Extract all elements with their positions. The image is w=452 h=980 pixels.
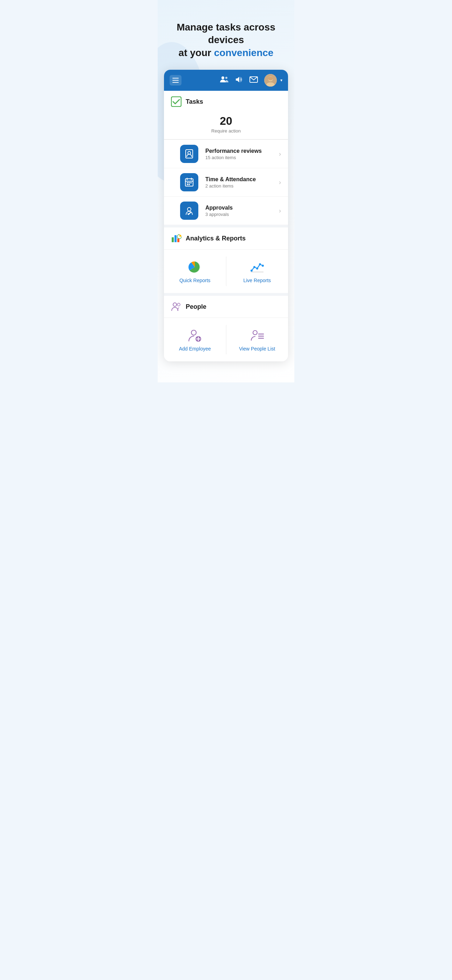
avatar-dropdown-arrow[interactable]: ▾ (280, 78, 282, 83)
quick-reports-label: Quick Reports (180, 278, 210, 283)
view-people-label: View People List (239, 346, 275, 352)
attendance-chevron: › (279, 179, 281, 186)
performance-reviews-item[interactable]: Performance reviews 15 action items › (164, 140, 288, 168)
svg-point-36 (253, 331, 257, 335)
live-reports-icon (250, 259, 265, 275)
performance-title: Performance reviews (205, 148, 276, 154)
svg-point-19 (188, 207, 191, 211)
analytics-section: Analytics & Reports (164, 225, 288, 293)
attendance-subtitle: 2 action items (205, 183, 276, 189)
live-reports-button[interactable]: Live Reports (226, 256, 288, 286)
tasks-check-icon (171, 96, 181, 107)
approvals-title: Approvals (205, 205, 276, 211)
people-section: People Add Employee (164, 293, 288, 361)
svg-rect-15 (188, 182, 190, 183)
tasks-count-area: 20 Require action (171, 111, 281, 135)
add-employee-label: Add Employee (179, 346, 211, 352)
megaphone-icon[interactable] (235, 76, 243, 85)
svg-rect-16 (190, 182, 192, 183)
add-employee-button[interactable]: Add Employee (164, 325, 226, 354)
attendance-icon (180, 173, 198, 191)
svg-point-9 (188, 151, 191, 154)
svg-point-28 (262, 265, 264, 267)
performance-content: Performance reviews 15 action items (205, 148, 276, 160)
svg-point-0 (221, 76, 224, 79)
approvals-content: Approvals 3 approvals (205, 205, 276, 217)
analytics-header: Analytics & Reports (164, 228, 288, 250)
approvals-chevron: › (279, 207, 281, 215)
svg-point-26 (256, 267, 258, 269)
svg-point-25 (253, 266, 255, 268)
tasks-section: Tasks 20 Require action (164, 91, 288, 140)
svg-rect-18 (188, 184, 190, 185)
view-people-list-button[interactable]: View People List (226, 325, 288, 354)
performance-icon (180, 145, 198, 163)
analytics-icon (171, 233, 181, 243)
mail-icon[interactable] (250, 76, 258, 84)
people-icon (171, 301, 181, 312)
svg-rect-20 (172, 237, 174, 242)
svg-point-1 (225, 77, 228, 79)
tasks-title: Tasks (186, 98, 203, 105)
hamburger-button[interactable] (170, 75, 181, 86)
hero-section: Manage tasks across devices at your conv… (158, 14, 294, 70)
app-card: ▾ Tasks 20 Require action (164, 70, 288, 361)
svg-point-27 (259, 263, 261, 265)
svg-point-32 (191, 330, 196, 335)
people-header: People (164, 296, 288, 318)
approvals-icon (180, 202, 198, 220)
people-actions: Add Employee (164, 318, 288, 361)
svg-point-30 (173, 303, 177, 306)
view-people-icon (250, 328, 265, 343)
hero-title: Manage tasks across devices at your conv… (168, 21, 284, 59)
performance-subtitle: 15 action items (205, 155, 276, 160)
analytics-actions: Quick Reports (164, 250, 288, 293)
svg-rect-14 (187, 182, 188, 183)
tasks-header: Tasks (171, 96, 281, 107)
add-employee-icon (187, 328, 202, 343)
quick-reports-icon (187, 259, 202, 275)
svg-point-6 (268, 77, 273, 80)
svg-point-24 (250, 269, 253, 272)
nav-icons-group: ▾ (220, 74, 282, 87)
approvals-subtitle: 3 approvals (205, 212, 276, 217)
svg-rect-21 (175, 235, 177, 242)
tasks-require-action: Require action (171, 128, 281, 134)
svg-rect-17 (187, 184, 188, 185)
people-title: People (186, 303, 206, 310)
attendance-title: Time & Attendance (205, 176, 276, 183)
quick-reports-button[interactable]: Quick Reports (164, 256, 226, 286)
time-attendance-item[interactable]: Time & Attendance 2 action items › (164, 168, 288, 196)
svg-point-31 (177, 303, 180, 306)
attendance-content: Time & Attendance 2 action items (205, 176, 276, 189)
analytics-title: Analytics & Reports (186, 235, 246, 242)
live-reports-label: Live Reports (243, 278, 271, 283)
approvals-item[interactable]: Approvals 3 approvals › (164, 196, 288, 225)
top-nav: ▾ (164, 70, 288, 91)
team-icon[interactable] (220, 76, 228, 85)
performance-chevron: › (279, 150, 281, 158)
tasks-count: 20 (171, 115, 281, 127)
user-avatar[interactable] (264, 74, 277, 87)
